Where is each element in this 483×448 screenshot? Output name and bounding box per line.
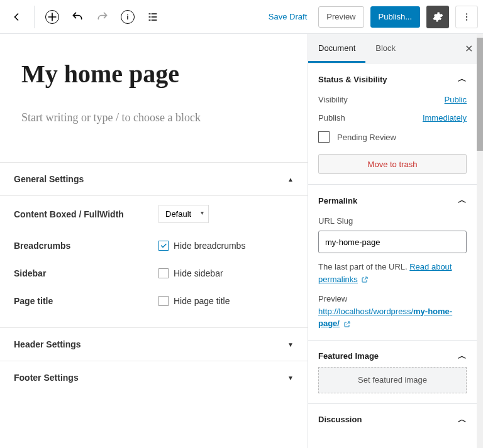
- caret-down-icon: ▼: [287, 374, 294, 381]
- undo-button[interactable]: [66, 6, 89, 28]
- close-sidebar-button[interactable]: ✕: [461, 40, 477, 57]
- gear-icon: [432, 11, 443, 23]
- hide-sidebar-checkbox[interactable]: [158, 268, 169, 278]
- redo-icon: [96, 11, 109, 23]
- url-slug-label: URL Slug: [318, 216, 467, 226]
- chevron-left-icon: [10, 11, 23, 23]
- section-title: Header Settings: [14, 339, 81, 349]
- section-title: General Settings: [14, 174, 84, 184]
- chevron-up-icon: ︿: [458, 195, 467, 206]
- featured-image-panel: Featured Image ︿ Set featured image: [308, 341, 477, 404]
- add-block-button[interactable]: [41, 6, 64, 28]
- page-title[interactable]: My home page: [21, 59, 286, 89]
- divider: [34, 6, 35, 28]
- chevron-up-icon: ︿: [458, 414, 467, 425]
- pending-review-checkbox[interactable]: [318, 131, 330, 143]
- editor-canvas[interactable]: My home page Start writing or type / to …: [0, 34, 308, 448]
- scrollbar[interactable]: [477, 34, 483, 448]
- settings-sidebar: Document Block ✕ Status & Visibility ︿ V…: [308, 34, 483, 448]
- preview-label: Preview: [318, 293, 467, 305]
- back-button[interactable]: [5, 6, 28, 28]
- external-link-icon: [343, 320, 351, 328]
- header-settings-toggle[interactable]: Header Settings ▼: [0, 328, 308, 361]
- main-area: My home page Start writing or type / to …: [0, 34, 483, 448]
- general-settings-body: Content Boxed / FullWidth Default Breadc…: [0, 196, 308, 328]
- panel-title: Permalink: [318, 196, 357, 205]
- tab-document[interactable]: Document: [308, 34, 365, 63]
- panel-title: Discussion: [318, 415, 362, 424]
- panel-title: Status & Visibility: [318, 75, 387, 84]
- undo-icon: [71, 11, 84, 23]
- page-title-label: Page title: [14, 296, 158, 306]
- redo-button[interactable]: [91, 6, 114, 28]
- chevron-up-icon: ︿: [458, 351, 467, 362]
- svg-point-2: [466, 19, 467, 20]
- discussion-toggle[interactable]: Discussion ︿: [318, 414, 467, 425]
- caret-up-icon: ▲: [287, 176, 294, 183]
- move-to-trash-button[interactable]: Move to trash: [318, 154, 467, 174]
- block-placeholder[interactable]: Start writing or type / to choose a bloc…: [21, 111, 286, 124]
- external-link-icon: [361, 276, 369, 283]
- publish-label: Publish: [318, 113, 345, 123]
- kebab-icon: [462, 12, 472, 22]
- info-button[interactable]: i: [116, 6, 139, 28]
- toolbar-left: i: [5, 6, 164, 28]
- general-settings-toggle[interactable]: General Settings ▲: [0, 163, 308, 196]
- discussion-panel: Discussion ︿: [308, 404, 477, 435]
- svg-point-1: [466, 16, 467, 17]
- plus-icon: [45, 10, 59, 24]
- save-draft-button[interactable]: Save Draft: [264, 8, 312, 25]
- permalink-toggle[interactable]: Permalink ︿: [318, 195, 467, 206]
- content-width-label: Content Boxed / FullWidth: [14, 209, 158, 219]
- hide-breadcrumbs-checkbox[interactable]: [158, 241, 169, 251]
- caret-down-icon: ▼: [287, 341, 294, 348]
- url-slug-input[interactable]: [318, 231, 467, 253]
- outline-icon: [147, 11, 159, 23]
- permalink-panel: Permalink ︿ URL Slug The last part of th…: [308, 185, 477, 341]
- toolbar-right: Save Draft Preview Publish...: [264, 6, 478, 28]
- breadcrumbs-label: Breadcrumbs: [14, 241, 158, 251]
- settings-button[interactable]: [426, 6, 449, 28]
- general-settings-section: General Settings ▲ Content Boxed / FullW…: [0, 162, 308, 394]
- more-menu-button[interactable]: [455, 6, 478, 28]
- outline-button[interactable]: [142, 6, 164, 28]
- hide-page-title-checkbox[interactable]: [158, 296, 169, 306]
- chevron-up-icon: ︿: [458, 74, 467, 85]
- info-icon: i: [121, 10, 135, 24]
- panel-title: Featured Image: [318, 351, 379, 361]
- content-width-select[interactable]: Default: [158, 205, 209, 223]
- status-visibility-toggle[interactable]: Status & Visibility ︿: [318, 74, 467, 85]
- svg-point-0: [466, 13, 467, 14]
- top-toolbar: i Save Draft Preview Publish...: [0, 0, 483, 34]
- preview-button[interactable]: Preview: [318, 6, 364, 28]
- publish-button[interactable]: Publish...: [370, 6, 420, 28]
- checkbox-label: Hide page title: [174, 296, 230, 306]
- pending-review-label: Pending Review: [337, 133, 396, 142]
- visibility-value-link[interactable]: Public: [445, 95, 467, 104]
- checkbox-label: Hide sidebar: [174, 268, 223, 278]
- sidebar-label: Sidebar: [14, 268, 158, 278]
- footer-settings-toggle[interactable]: Footer Settings ▼: [0, 361, 308, 394]
- checkbox-label: Hide breadcrumbs: [174, 241, 245, 251]
- permalink-help: The last part of the URL. Read about per…: [318, 261, 467, 285]
- status-visibility-panel: Status & Visibility ︿ Visibility Public …: [308, 63, 477, 185]
- sidebar-tabs: Document Block ✕: [308, 34, 483, 63]
- preview-url-link[interactable]: http://localhost/wordpress/my-home-page/: [318, 307, 452, 329]
- publish-value-link[interactable]: Immediately: [423, 113, 467, 123]
- section-title: Footer Settings: [14, 373, 79, 383]
- set-featured-image-button[interactable]: Set featured image: [318, 367, 467, 393]
- featured-image-toggle[interactable]: Featured Image ︿: [318, 351, 467, 362]
- tab-block[interactable]: Block: [365, 34, 406, 63]
- visibility-label: Visibility: [318, 95, 348, 104]
